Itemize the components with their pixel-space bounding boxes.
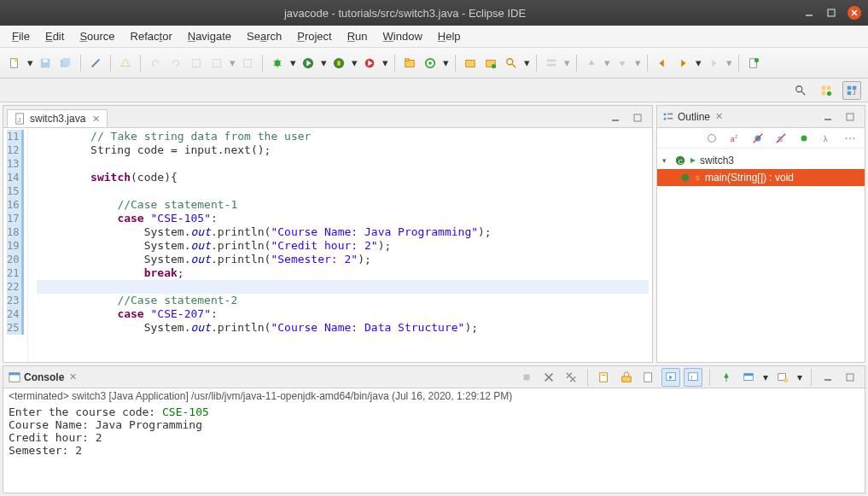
run-last-dropdown[interactable]: ▾	[381, 56, 389, 69]
open-task-button[interactable]	[481, 54, 500, 73]
maximize-button[interactable]	[825, 7, 837, 19]
coverage-button[interactable]	[329, 54, 348, 73]
code-area[interactable]: // Take string data from the user String…	[28, 128, 652, 362]
editor-tab-switch3[interactable]: J switch3.java ✕	[7, 109, 108, 127]
debug-button[interactable]	[268, 54, 287, 73]
svg-marker-97	[724, 372, 728, 378]
menu-edit[interactable]: Edit	[38, 27, 71, 45]
misc-button-3[interactable]	[238, 54, 257, 73]
forward-disabled-button[interactable]	[704, 54, 723, 73]
menu-navigate[interactable]: Navigate	[181, 27, 238, 45]
back-button[interactable]	[653, 54, 672, 73]
outline-class-row[interactable]: ▾ C switch3	[657, 152, 865, 169]
display-console-dropdown[interactable]: ▾	[761, 371, 770, 383]
quick-access-search[interactable]	[791, 81, 810, 100]
console-output[interactable]: Enter the course code: CSE-105Course Nam…	[3, 404, 865, 493]
svg-rect-61	[824, 119, 831, 120]
new-dropdown[interactable]: ▾	[26, 56, 34, 69]
outline-close[interactable]: ✕	[715, 111, 723, 122]
pin-console-button[interactable]	[717, 368, 736, 387]
editor-body[interactable]: 111213141516171819202122232425 // Take s…	[3, 128, 652, 362]
display-selected-console-button[interactable]	[739, 368, 758, 387]
console-close[interactable]: ✕	[69, 371, 77, 382]
show-console-on-stderr-button[interactable]: !	[684, 368, 702, 387]
minimize-pane-button[interactable]	[606, 108, 625, 127]
menu-project[interactable]: Project	[290, 27, 338, 45]
java-perspective-button[interactable]: J	[842, 81, 861, 100]
svg-point-73	[849, 137, 851, 139]
remove-all-button[interactable]	[562, 368, 580, 387]
focus-active-button[interactable]	[702, 129, 721, 148]
prev-dropdown[interactable]: ▾	[603, 56, 611, 69]
coverage-dropdown[interactable]: ▾	[350, 56, 358, 69]
sort-button[interactable]: az	[725, 129, 744, 148]
outline-menu-button[interactable]	[841, 129, 859, 148]
new-package-dropdown[interactable]: ▾	[441, 56, 450, 69]
toggle-dropdown[interactable]: ▾	[562, 56, 571, 69]
pin-editor-button[interactable]	[744, 54, 763, 73]
menu-search[interactable]: Search	[240, 27, 288, 45]
search-dropdown[interactable]: ▾	[522, 56, 531, 69]
menu-help[interactable]: Help	[431, 27, 468, 45]
search-button[interactable]	[502, 54, 521, 73]
expand-arrow-icon[interactable]: ▾	[662, 156, 671, 165]
misc-button-2[interactable]	[207, 54, 226, 73]
forward-button[interactable]	[673, 54, 692, 73]
outline-minimize[interactable]	[818, 108, 837, 126]
link-editor-button[interactable]	[86, 54, 105, 73]
run-dropdown[interactable]: ▾	[319, 56, 328, 69]
misc-dropdown-1[interactable]: ▾	[228, 56, 236, 69]
editor-tab-close[interactable]: ✕	[92, 114, 100, 125]
next-annotation-button[interactable]	[613, 54, 632, 73]
svg-line-67	[754, 133, 763, 143]
clear-console-button[interactable]	[595, 368, 614, 387]
run-button[interactable]	[299, 54, 317, 73]
outline-method-row[interactable]: S main(String[]) : void	[657, 169, 865, 186]
new-java-project-button[interactable]	[400, 54, 419, 73]
show-console-on-stdout-button[interactable]	[661, 368, 680, 387]
menu-file[interactable]: File	[5, 27, 37, 45]
svg-rect-51	[848, 90, 851, 94]
prev-annotation-button[interactable]	[582, 54, 601, 73]
next-dropdown[interactable]: ▾	[633, 56, 642, 69]
build-button[interactable]	[116, 54, 135, 73]
remove-launch-button[interactable]	[539, 368, 558, 387]
menu-source[interactable]: Source	[73, 27, 121, 45]
maximize-pane-button[interactable]	[628, 108, 647, 127]
menu-refactor[interactable]: Refactor	[124, 27, 179, 45]
scroll-lock-button[interactable]	[617, 368, 636, 387]
console-maximize[interactable]	[841, 368, 859, 387]
undo-button[interactable]	[146, 54, 165, 73]
outline-tree: ▾ C switch3 S main(String[]) : void	[657, 149, 865, 362]
hide-local-button[interactable]: λ	[818, 129, 836, 148]
word-wrap-button[interactable]	[639, 368, 658, 387]
nav-dropdown-1[interactable]: ▾	[694, 56, 702, 69]
console-minimize[interactable]	[818, 368, 837, 387]
open-perspective-button[interactable]	[817, 81, 836, 100]
redo-button[interactable]	[166, 54, 185, 73]
nav-dropdown-2[interactable]: ▾	[725, 56, 733, 69]
menu-window[interactable]: Window	[376, 27, 429, 45]
new-package-button[interactable]	[421, 54, 440, 73]
toggle-breadcrumb-button[interactable]	[542, 54, 561, 73]
svg-point-78	[682, 174, 690, 182]
save-button[interactable]	[36, 54, 55, 73]
outline-maximize[interactable]	[841, 108, 859, 126]
hide-fields-button[interactable]	[749, 129, 767, 148]
hide-nonpublic-button[interactable]	[795, 129, 813, 148]
open-type-button[interactable]	[461, 54, 480, 73]
open-console-button[interactable]	[773, 368, 792, 387]
minimize-button[interactable]	[803, 7, 815, 19]
hide-static-button[interactable]: S	[772, 129, 790, 148]
svg-marker-36	[589, 60, 595, 64]
close-button[interactable]	[848, 6, 861, 20]
save-all-button[interactable]	[56, 54, 75, 73]
run-last-button[interactable]	[360, 54, 379, 73]
debug-dropdown[interactable]: ▾	[288, 56, 297, 69]
terminate-button[interactable]	[517, 368, 536, 387]
menu-run[interactable]: Run	[341, 27, 375, 45]
new-button[interactable]	[5, 54, 24, 73]
misc-button-1[interactable]	[187, 54, 206, 73]
svg-point-28	[428, 61, 432, 65]
open-console-dropdown[interactable]: ▾	[795, 371, 804, 383]
